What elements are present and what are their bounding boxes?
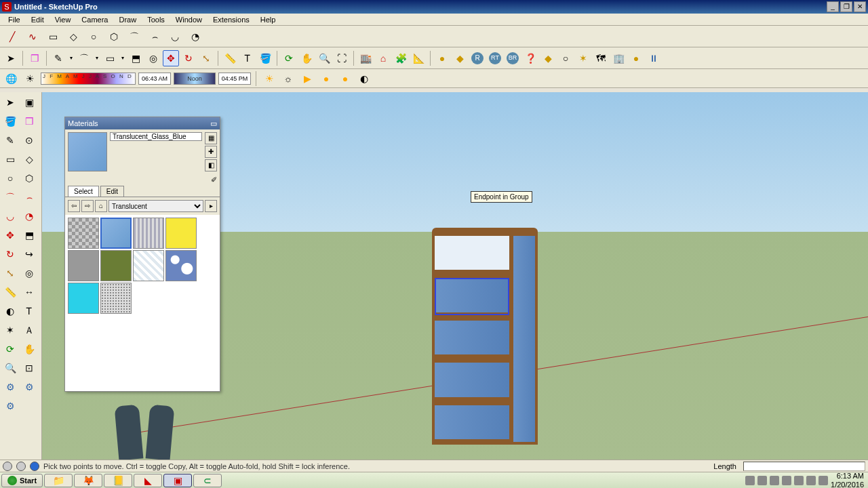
pan-tool-icon[interactable]: ✋ bbox=[298, 50, 315, 66]
shelf-1[interactable] bbox=[432, 233, 512, 275]
3dtext-icon[interactable]: Ａ bbox=[20, 321, 38, 339]
tray-icon-5[interactable] bbox=[794, 476, 804, 485]
select-icon[interactable]: ➤ bbox=[1, 94, 19, 111]
set-default-icon[interactable]: ◧ bbox=[205, 159, 217, 171]
swatch-yellow[interactable] bbox=[165, 218, 197, 249]
text2-icon[interactable]: Ꭲ bbox=[20, 302, 38, 320]
tray-icon-1[interactable] bbox=[745, 476, 755, 485]
measurement-input[interactable] bbox=[743, 462, 865, 471]
sun-6-icon[interactable]: ◐ bbox=[356, 70, 372, 87]
pencil-tool-icon[interactable]: ✎ bbox=[50, 50, 66, 66]
shelf-5[interactable] bbox=[432, 403, 512, 445]
poly2-icon[interactable]: ⬡ bbox=[20, 169, 38, 187]
sun-2-icon[interactable]: ☼ bbox=[280, 70, 296, 87]
scale-tool-icon[interactable]: ⤡ bbox=[198, 50, 214, 66]
tray-icon-6[interactable] bbox=[806, 476, 816, 485]
swatch-clouds[interactable] bbox=[165, 250, 197, 281]
menu-view[interactable]: View bbox=[50, 16, 77, 24]
plugin-7-icon[interactable]: ◆ bbox=[540, 50, 556, 66]
rotated-rect-tool-icon[interactable]: ◇ bbox=[64, 27, 83, 46]
details-menu-icon[interactable]: ▸ bbox=[205, 200, 217, 212]
orbit2-icon[interactable]: ⟳ bbox=[1, 340, 19, 358]
dimension-icon[interactable]: ↔ bbox=[20, 283, 38, 301]
time-start-box[interactable]: 06:43 AM bbox=[138, 73, 171, 85]
status-claim-icon[interactable] bbox=[16, 462, 26, 471]
components-icon[interactable]: ⌂ bbox=[375, 50, 391, 66]
plugin-11-icon[interactable]: 🏢 bbox=[610, 50, 627, 66]
plugin-13-icon[interactable]: ⏸ bbox=[646, 50, 662, 66]
pushpull2-icon[interactable]: ⬒ bbox=[20, 226, 38, 244]
nav-fwd-icon[interactable]: ⇨ bbox=[81, 200, 94, 212]
axes-icon[interactable]: ✶ bbox=[1, 321, 19, 339]
circle2-icon[interactable]: ○ bbox=[1, 169, 19, 187]
plugin-6-icon[interactable]: ❓ bbox=[522, 50, 538, 66]
rect2-icon[interactable]: ▭ bbox=[1, 150, 19, 168]
status-signed-in-icon[interactable] bbox=[30, 462, 39, 471]
3pt-arc-tool-icon[interactable]: ◡ bbox=[165, 27, 184, 46]
swatch-noise[interactable] bbox=[100, 283, 132, 314]
swatch-blue-selected[interactable] bbox=[100, 218, 132, 249]
plugin-1-icon[interactable]: ● bbox=[434, 50, 450, 66]
menu-draw[interactable]: Draw bbox=[113, 16, 142, 24]
maximize-button[interactable]: ❐ bbox=[840, 1, 852, 12]
offset-tool-icon[interactable]: ◎ bbox=[145, 50, 161, 66]
plugin-2-icon[interactable]: ◆ bbox=[452, 50, 468, 66]
zoom-extents-tool-icon[interactable]: ⛶ bbox=[334, 50, 350, 66]
arc4-icon[interactable]: ◡ bbox=[1, 207, 19, 225]
swatch-gray[interactable] bbox=[68, 250, 99, 281]
sun-1-icon[interactable]: ☀ bbox=[261, 70, 277, 87]
status-geo-icon[interactable] bbox=[3, 462, 12, 471]
menu-edit[interactable]: Edit bbox=[26, 16, 50, 24]
shape-dropdown-icon[interactable]: ▭ bbox=[102, 50, 118, 66]
plugin-9-icon[interactable]: ✶ bbox=[575, 50, 591, 66]
rotrect2-icon[interactable]: ◇ bbox=[20, 150, 38, 168]
layout-icon[interactable]: 📐 bbox=[410, 50, 427, 66]
cabinet-door[interactable] bbox=[512, 233, 538, 445]
taskbar-app6-icon[interactable]: ⊂ bbox=[193, 474, 222, 487]
tray-icon-7[interactable] bbox=[818, 476, 828, 485]
gear1-icon[interactable]: ⚙ bbox=[1, 378, 19, 396]
taskbar-explorer-icon[interactable]: 📁 bbox=[44, 474, 73, 487]
tray-icon-4[interactable] bbox=[782, 476, 791, 485]
sun-3-icon[interactable]: ▶ bbox=[299, 70, 315, 87]
move2-icon[interactable]: ✥ bbox=[1, 226, 19, 244]
circle-tool-icon[interactable]: ○ bbox=[84, 27, 103, 46]
menu-help[interactable]: Help bbox=[255, 16, 281, 24]
taskbar-firefox-icon[interactable]: 🦊 bbox=[74, 474, 102, 487]
menu-file[interactable]: File bbox=[3, 16, 26, 24]
material-preview-swatch[interactable] bbox=[68, 132, 107, 171]
shadow-settings-icon[interactable]: ☀ bbox=[22, 70, 38, 87]
menu-window[interactable]: Window bbox=[170, 16, 208, 24]
minimize-button[interactable]: _ bbox=[827, 1, 839, 12]
line-tool-icon[interactable]: ╱ bbox=[3, 27, 22, 46]
scale2-icon[interactable]: ⤡ bbox=[1, 264, 19, 282]
taskbar-clock[interactable]: 6:13 AM 1/20/2016 bbox=[831, 472, 864, 488]
tray-icon-2[interactable] bbox=[757, 476, 767, 485]
swatch-lightgrid[interactable] bbox=[133, 250, 164, 281]
swatch-cyan[interactable] bbox=[68, 283, 99, 314]
move-tool-icon[interactable]: ✥ bbox=[163, 50, 179, 66]
orbit-tool-icon[interactable]: ⟳ bbox=[281, 50, 297, 66]
material-name-input[interactable] bbox=[110, 132, 202, 141]
plugin-10-icon[interactable]: 🗺 bbox=[593, 50, 609, 66]
shelf-4[interactable] bbox=[432, 360, 512, 402]
start-button[interactable]: Start bbox=[1, 474, 43, 487]
plugin-8-icon[interactable]: ○ bbox=[557, 50, 574, 66]
close-button[interactable]: ✕ bbox=[854, 1, 866, 12]
arc-dropdown-arrow-icon[interactable]: ▾ bbox=[94, 50, 100, 66]
tape2-icon[interactable]: 📏 bbox=[1, 283, 19, 301]
arc2-icon[interactable]: ⌒ bbox=[1, 188, 19, 206]
tab-select[interactable]: Select bbox=[68, 186, 99, 197]
rectangle-tool-icon[interactable]: ▭ bbox=[43, 27, 62, 46]
sun-5-icon[interactable]: ● bbox=[337, 70, 353, 87]
shelf-2-selected[interactable] bbox=[432, 275, 512, 317]
taskbar-sketchup-icon[interactable]: ▣ bbox=[163, 474, 192, 487]
zoom2-icon[interactable]: 🔍 bbox=[1, 359, 19, 377]
menu-camera[interactable]: Camera bbox=[76, 16, 113, 24]
arc-dropdown-icon[interactable]: ⌒ bbox=[76, 50, 92, 66]
pie-tool-icon[interactable]: ◔ bbox=[186, 27, 205, 46]
plugin-5-icon[interactable]: BR bbox=[505, 50, 521, 66]
plugin-12-icon[interactable]: ● bbox=[628, 50, 644, 66]
menu-tools[interactable]: Tools bbox=[142, 16, 170, 24]
materials-panel-header[interactable]: Materials ▭ bbox=[65, 117, 220, 129]
